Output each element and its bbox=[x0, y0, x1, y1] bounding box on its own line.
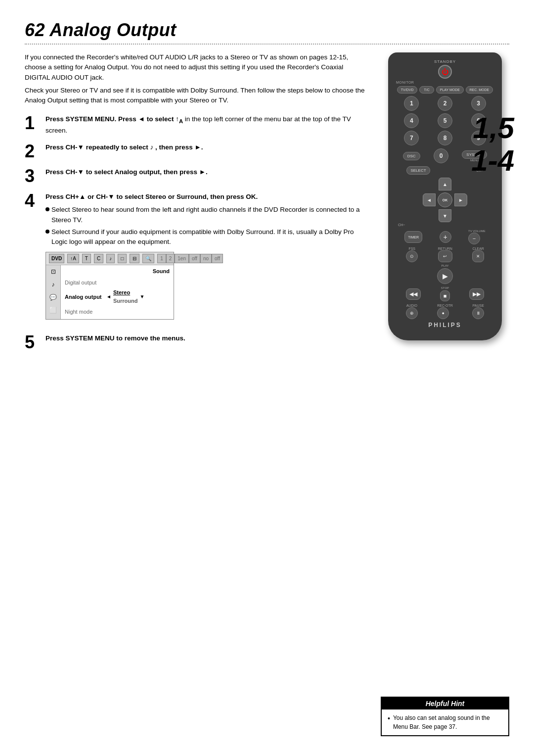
monitor-label: MONITOR bbox=[396, 81, 414, 84]
timer-button[interactable]: TIMER bbox=[404, 231, 422, 243]
menu-screenshot: DVD ↑A T C ♪ □ ⊟ 🔍 121enoffnooff bbox=[45, 252, 174, 320]
btn-8[interactable]: 8 bbox=[438, 131, 452, 145]
select-button[interactable]: SELECT bbox=[406, 166, 430, 175]
monitor-row: MONITOR bbox=[396, 81, 494, 84]
step-3-number: 3 bbox=[25, 167, 39, 185]
transport-row: ◀◀ STOP ■ ▶▶ bbox=[396, 286, 494, 301]
btn-3[interactable]: 3 bbox=[471, 96, 486, 111]
page-title: 62 Analog Output bbox=[25, 20, 509, 41]
play-button[interactable]: ▶ bbox=[437, 268, 453, 284]
right-column: STANDBY MONITOR TV/DVD T/C PLAY MODE REC… bbox=[381, 52, 509, 358]
fastforward-button[interactable]: ▶▶ bbox=[469, 288, 484, 300]
rec-mode-button[interactable]: REC. MODE bbox=[466, 86, 493, 94]
btn-5[interactable]: 5 bbox=[438, 113, 452, 128]
step-2-number: 2 bbox=[25, 142, 39, 160]
step-3: 3 Press CH-▼ to select Analog output, th… bbox=[25, 167, 366, 185]
step-4: 4 Press CH+▲ or CH-▼ to select Stereo or… bbox=[25, 192, 366, 327]
rewind-button[interactable]: ◀◀ bbox=[406, 288, 421, 300]
play-label: PLAY bbox=[396, 264, 494, 267]
ch-minus-label: CH− bbox=[398, 223, 405, 227]
step-5-number: 5 bbox=[25, 333, 39, 351]
standby-label: STANDBY bbox=[396, 59, 494, 64]
step-numbers-top: 1,5 bbox=[471, 112, 514, 144]
dpad: ▲ ◄ OK ► ▼ bbox=[423, 178, 467, 222]
btn-1[interactable]: 1 bbox=[404, 96, 419, 111]
helpful-hint-text: You also can set analog sound in the Men… bbox=[393, 713, 502, 731]
step-3-content: Press CH-▼ to select Analog output, then… bbox=[45, 167, 208, 177]
ok-button[interactable]: OK bbox=[438, 192, 452, 207]
step-2-content: Press CH-▼ repeatedly to select ♪ , then… bbox=[45, 142, 203, 152]
btn-0[interactable]: 0 bbox=[434, 148, 448, 163]
philips-logo: PHILIPS bbox=[396, 322, 494, 329]
return-button[interactable]: ↩ bbox=[438, 250, 452, 262]
remote-control: STANDBY MONITOR TV/DVD T/C PLAY MODE REC… bbox=[388, 52, 502, 340]
stop-button[interactable]: ■ bbox=[440, 290, 450, 301]
intro-text: If you connected the Recorder's white/re… bbox=[25, 52, 366, 105]
dpad-up[interactable]: ▲ bbox=[439, 178, 451, 190]
rec-otr-button[interactable]: ● bbox=[437, 307, 449, 319]
pause-button[interactable]: ⏸ bbox=[472, 307, 484, 319]
standby-button[interactable] bbox=[438, 65, 452, 79]
disc-button[interactable]: DSC bbox=[403, 152, 420, 160]
control-row: TIMER + TV VOLUME − bbox=[396, 230, 494, 244]
step-4-content: Press CH+▲ or CH-▼ to select Stereo or S… bbox=[45, 192, 366, 327]
btn-7[interactable]: 7 bbox=[404, 131, 419, 145]
step-1: 1 Press SYSTEM MENU. Press ◄ to select ↑… bbox=[25, 114, 366, 136]
btn-2[interactable]: 2 bbox=[438, 96, 452, 111]
dpad-left[interactable]: ◄ bbox=[423, 193, 436, 206]
ch-labels: CH− bbox=[396, 223, 494, 227]
tc-button[interactable]: T/C bbox=[419, 86, 434, 94]
play-mode-button[interactable]: PLAY MODE bbox=[436, 86, 464, 94]
section-divider bbox=[25, 44, 509, 45]
dpad-right[interactable]: ► bbox=[454, 193, 467, 206]
helpful-hint-title: Helpful Hint bbox=[382, 698, 508, 709]
btn-4[interactable]: 4 bbox=[404, 113, 419, 128]
dpad-down[interactable]: ▼ bbox=[439, 209, 451, 222]
tv-dvd-button[interactable]: TV/DVD bbox=[397, 86, 418, 94]
bottom-row: AUDIO ⊕ REC·OTR ● PAUSE ⏸ bbox=[396, 304, 494, 319]
plus-button[interactable]: + bbox=[440, 231, 451, 243]
fss-row: FSS ⊙ RETURN ↩ CLEAR ✕ bbox=[396, 247, 494, 262]
left-column: If you connected the Recorder's white/re… bbox=[25, 52, 366, 358]
step-2: 2 Press CH-▼ repeatedly to select ♪ , th… bbox=[25, 142, 366, 160]
audio-button[interactable]: ⊕ bbox=[406, 307, 418, 319]
step-4-number: 4 bbox=[25, 192, 39, 210]
step-numbers-bottom: 1-4 bbox=[471, 144, 514, 177]
clear-button[interactable]: ✕ bbox=[472, 250, 484, 262]
stop-label: STOP bbox=[440, 286, 450, 289]
tv-volume-button[interactable]: − bbox=[468, 233, 480, 244]
top-button-row: TV/DVD T/C PLAY MODE REC. MODE bbox=[396, 86, 494, 94]
step-5: 5 Press SYSTEM MENU to remove the menus. bbox=[25, 333, 366, 351]
helpful-hint-body: You also can set analog sound in the Men… bbox=[382, 709, 508, 735]
helpful-hint-box: Helpful Hint You also can set analog sou… bbox=[381, 697, 509, 736]
step-1-content: Press SYSTEM MENU. Press ◄ to select ↑A … bbox=[45, 114, 366, 136]
steps-list: 1 Press SYSTEM MENU. Press ◄ to select ↑… bbox=[25, 114, 366, 351]
step-5-content: Press SYSTEM MENU to remove the menus. bbox=[45, 333, 185, 343]
fss-button[interactable]: ⊙ bbox=[406, 250, 418, 262]
step-1-number: 1 bbox=[25, 114, 39, 132]
